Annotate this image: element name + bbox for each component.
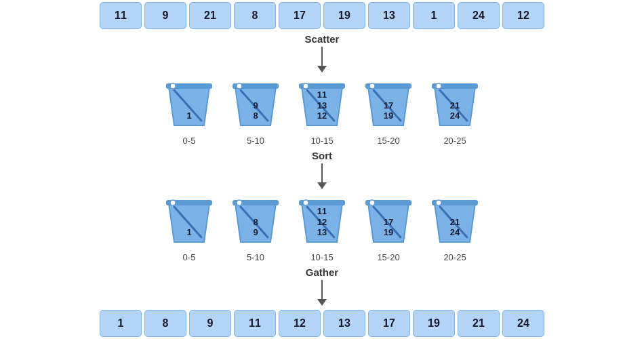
input-array-cell: 24 [458,2,500,29]
bucket-item: 212420-25 [428,77,482,146]
input-array-cell: 13 [368,2,410,29]
bucket-number: 1 [186,227,191,238]
bucket-number: 13 [317,227,327,238]
bucket-graphic: 89 [228,193,283,247]
input-array-cell: 17 [279,2,321,29]
bucket-graphic: 1719 [361,193,416,247]
input-array-cell: 21 [189,2,231,29]
svg-point-34 [369,200,375,205]
output-array-cell: 1 [100,310,142,337]
bucket-number: 17 [384,217,393,228]
output-array-cell: 24 [502,310,544,337]
input-array-cell: 12 [502,2,544,29]
bucket-number: 19 [384,111,393,121]
bucket-number: 24 [450,227,460,238]
bucket-label: 0-5 [183,136,196,146]
gather-arrow-shaft [321,280,323,299]
bucket-number: 9 [253,227,258,238]
bucket-label: 10-15 [310,252,333,262]
sort-arrow-shaft [321,163,323,182]
output-array-cell: 13 [323,310,365,337]
output-array-cell: 8 [144,310,186,337]
bucket-number: 8 [253,111,258,121]
bucket-label: 10-15 [310,136,333,146]
bucket-number: 11 [317,89,327,100]
bucket-item: 171915-20 [361,77,416,146]
bucket-number: 24 [450,111,460,121]
bucket-label: 15-20 [377,136,399,146]
bucket-item: 11131210-15 [295,77,349,146]
input-array-cell: 11 [100,2,142,29]
bucket-item: 985-10 [228,77,283,146]
bucket-number: 12 [317,217,327,228]
output-array-cell: 19 [413,310,455,337]
output-array-cell: 12 [279,310,321,337]
gather-arrow-head [317,299,327,306]
gather-step: Gather [306,266,338,306]
diagram: 11921817191312412 Scatter 10-5985-101113… [17,2,627,337]
bucket-item: 212420-25 [428,193,482,262]
output-array-cell: 17 [368,310,410,337]
svg-point-38 [436,200,441,205]
bucket-label: 20-25 [443,136,466,146]
bucket-graphic: 1719 [361,77,416,131]
bucket-graphic: 111312 [295,77,349,131]
sort-label: Sort [312,150,332,161]
svg-point-10 [303,83,308,89]
scatter-label: Scatter [305,33,340,45]
sort-step: Sort [312,150,332,189]
bucket-label: 15-20 [377,252,399,262]
bucket-number: 9 [253,100,258,111]
svg-point-30 [303,200,308,205]
input-array: 11921817191312412 [100,2,544,29]
svg-point-6 [237,83,242,89]
scatter-buckets-row: 10-5985-1011131210-15171915-20212420-25 [162,77,482,146]
output-array-cell: 9 [189,310,231,337]
bucket-number: 19 [384,227,393,238]
bucket-label: 5-10 [247,136,264,146]
input-array-cell: 1 [413,2,455,29]
scatter-arrow-shaft [321,47,323,66]
input-array-cell: 19 [323,2,365,29]
svg-point-22 [170,200,176,205]
bucket-item: 10-5 [162,193,216,262]
input-array-cell: 8 [234,2,276,29]
bucket-item: 11121310-15 [295,193,349,262]
output-array: 18911121317192124 [100,310,544,337]
bucket-label: 20-25 [443,252,466,262]
bucket-number: 8 [253,217,258,228]
bucket-graphic: 1 [162,193,216,247]
svg-point-18 [436,83,441,89]
svg-point-26 [237,200,242,205]
svg-point-14 [369,83,375,89]
svg-point-2 [170,83,176,89]
output-array-cell: 21 [458,310,500,337]
sort-arrow-head [317,182,327,189]
bucket-number: 1 [186,111,191,121]
bucket-item: 10-5 [162,77,216,146]
bucket-label: 0-5 [183,252,196,262]
bucket-graphic: 1 [162,77,216,131]
bucket-label: 5-10 [247,252,264,262]
bucket-number: 12 [317,111,327,121]
bucket-number: 21 [450,217,460,228]
bucket-graphic: 111213 [295,193,349,247]
bucket-number: 11 [317,206,327,217]
bucket-item: 171915-20 [361,193,416,262]
bucket-graphic: 98 [228,77,283,131]
bucket-number: 13 [317,100,327,111]
bucket-number: 21 [450,100,460,111]
input-array-cell: 9 [144,2,186,29]
output-array-cell: 11 [234,310,276,337]
gather-label: Gather [306,266,338,278]
bucket-graphic: 2124 [428,77,482,131]
scatter-step: Scatter [305,33,340,73]
scatter-arrow-head [317,66,327,73]
bucket-number: 17 [384,100,393,111]
sort-buckets-row: 10-5895-1011121310-15171915-20212420-25 [162,193,482,262]
bucket-item: 895-10 [228,193,283,262]
bucket-graphic: 2124 [428,193,482,247]
